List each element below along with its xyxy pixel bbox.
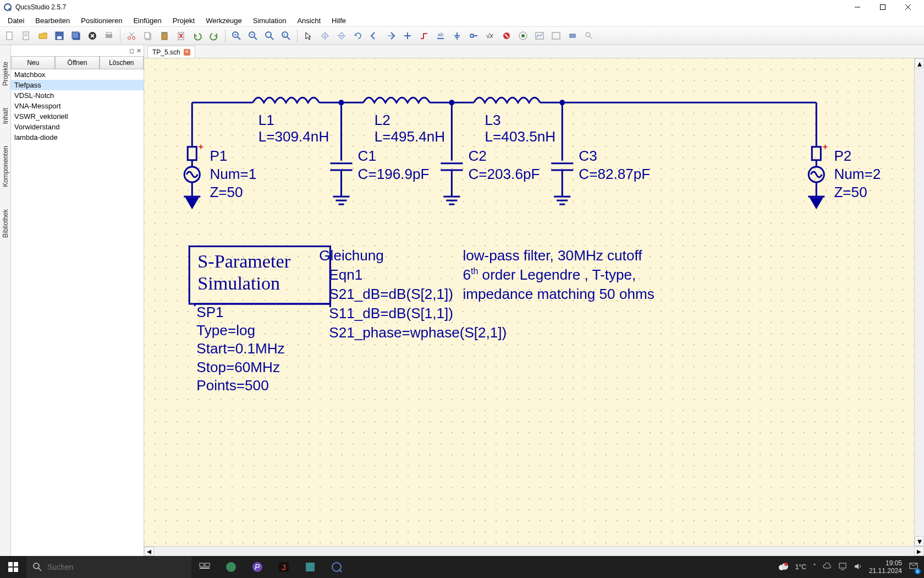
undo-icon[interactable]: [190, 28, 205, 43]
menu-datei[interactable]: Datei: [2, 15, 30, 26]
menu-simulation[interactable]: Simulation: [248, 15, 292, 26]
save-all-icon[interactable]: [68, 28, 84, 43]
note-l3: impedance matching 50 ohms: [463, 286, 654, 302]
project-item[interactable]: Matchbox: [11, 69, 144, 80]
tray-clock[interactable]: 19:05 21.11.2024: [869, 559, 902, 575]
project-item[interactable]: lambda-diode: [11, 132, 144, 143]
port-icon[interactable]: [466, 28, 481, 43]
scroll-up-icon[interactable]: ▴: [915, 58, 924, 68]
vertical-scrollbar[interactable]: ▴ ▾: [914, 58, 924, 546]
component-p2[interactable]: [809, 145, 827, 197]
sidetab-bibliothek[interactable]: Bibliothek: [2, 209, 9, 238]
tray-notifications-icon[interactable]: 6: [909, 561, 919, 573]
open-project-button[interactable]: Öffnen: [55, 56, 99, 69]
copy-icon[interactable]: [140, 28, 156, 43]
deactivate-icon[interactable]: [400, 28, 415, 43]
sidetab-komponenten[interactable]: Komponenten: [2, 146, 9, 187]
project-list[interactable]: MatchboxTiefpassVDSL-NotchVNA-MessportVS…: [11, 69, 144, 556]
component-c3[interactable]: [551, 163, 573, 197]
scroll-left-icon[interactable]: ◂: [144, 547, 154, 556]
menu-bearbeiten[interactable]: Bearbeiten: [30, 15, 75, 26]
project-item[interactable]: VDSL-Notch: [11, 90, 144, 101]
tray-network-icon[interactable]: [838, 562, 847, 572]
panel-undock-icon[interactable]: ◻: [129, 47, 134, 54]
menu-einfuegen[interactable]: Einfügen: [128, 15, 167, 26]
component-icon[interactable]: [565, 28, 580, 43]
scroll-down-icon[interactable]: ▾: [915, 536, 924, 546]
taskbar-search[interactable]: [26, 556, 191, 578]
zoom-100-icon[interactable]: 1: [278, 28, 294, 43]
component-c1[interactable]: [330, 163, 352, 197]
tab-close-icon[interactable]: ✕: [184, 49, 190, 56]
component-l3[interactable]: [474, 97, 541, 108]
minimize-button[interactable]: [845, 0, 870, 14]
menu-ansicht[interactable]: Ansicht: [292, 15, 326, 26]
show-results-icon[interactable]: [532, 28, 547, 43]
redo-icon[interactable]: [206, 28, 222, 43]
new-file-icon[interactable]: [2, 28, 18, 43]
wire-label-icon[interactable]: ab: [433, 28, 448, 43]
taskbar-app-2[interactable]: P: [244, 556, 271, 578]
svg-text:P: P: [255, 563, 260, 571]
taskbar-app-3[interactable]: J: [271, 556, 297, 578]
project-item[interactable]: Vorwiderstand: [11, 122, 144, 132]
tune-icon[interactable]: [499, 28, 514, 43]
equation-icon[interactable]: √x: [482, 28, 498, 43]
paste-icon[interactable]: [157, 28, 172, 43]
diagram-icon[interactable]: [548, 28, 564, 43]
component-c2[interactable]: [441, 163, 463, 197]
maximize-button[interactable]: [870, 0, 895, 14]
zoom-out-icon[interactable]: [245, 28, 261, 43]
tray-chevron-up-icon[interactable]: ˄: [813, 563, 816, 571]
project-item[interactable]: Tiefpass: [11, 80, 144, 90]
zoom-fit-icon[interactable]: [262, 28, 277, 43]
new-project-button[interactable]: Neu: [11, 56, 55, 69]
mirror-h-icon[interactable]: [317, 28, 333, 43]
move-front-icon[interactable]: [383, 28, 399, 43]
sidetab-inhalt[interactable]: Inhalt: [2, 108, 9, 124]
rotate-icon[interactable]: [350, 28, 366, 43]
weather-icon[interactable]: [778, 561, 789, 574]
menu-projekt[interactable]: Projekt: [167, 15, 200, 26]
menu-werkzeuge[interactable]: Werkzeuge: [200, 15, 248, 26]
save-icon[interactable]: [52, 28, 67, 43]
delete-project-button[interactable]: Löschen: [100, 56, 144, 69]
tray-cloud-icon[interactable]: [823, 562, 832, 572]
print-icon[interactable]: [101, 28, 117, 43]
project-item[interactable]: VSWR_vektoriell: [11, 111, 144, 122]
taskbar-app-4[interactable]: [297, 556, 323, 578]
component-p1[interactable]: [184, 145, 203, 197]
pointer-icon[interactable]: [301, 28, 316, 43]
close-button[interactable]: [895, 0, 921, 14]
cut-icon[interactable]: [124, 28, 139, 43]
new-text-icon[interactable]: [19, 28, 34, 43]
component-l1[interactable]: [253, 97, 320, 108]
menu-positionieren[interactable]: Positionieren: [75, 15, 128, 26]
move-back-icon[interactable]: [367, 28, 382, 43]
project-item[interactable]: VNA-Messport: [11, 101, 144, 111]
taskbar-search-input[interactable]: [47, 563, 185, 571]
weather-temp[interactable]: 1°C: [795, 563, 806, 571]
taskbar-app-1[interactable]: [218, 556, 244, 578]
open-icon[interactable]: [35, 28, 51, 43]
close-doc-icon[interactable]: [85, 28, 100, 43]
panel-close-icon[interactable]: ✕: [136, 47, 141, 54]
tray-volume-icon[interactable]: [854, 562, 862, 572]
start-button[interactable]: [0, 556, 26, 578]
horizontal-scrollbar[interactable]: ◂ ▸: [144, 546, 924, 556]
simulate-icon[interactable]: [515, 28, 531, 43]
zoom-in-icon[interactable]: [229, 28, 244, 43]
task-view-icon[interactable]: [191, 556, 218, 578]
search-component-icon[interactable]: [581, 28, 597, 43]
ground-icon[interactable]: [449, 28, 465, 43]
scroll-right-icon[interactable]: ▸: [914, 547, 924, 556]
menu-hilfe[interactable]: Hilfe: [326, 15, 351, 26]
taskbar-app-qucs[interactable]: [323, 556, 350, 578]
wire-icon[interactable]: [416, 28, 432, 43]
schematic-canvas[interactable]: L1 L=309.4nH L2 L=495.4nH L3 L=4: [144, 58, 924, 556]
component-l2[interactable]: [364, 97, 430, 108]
mirror-v-icon[interactable]: [334, 28, 349, 43]
sidetab-projekte[interactable]: Projekte: [2, 62, 9, 86]
tab-tp5[interactable]: TP_5.sch ✕: [147, 46, 195, 58]
delete-icon[interactable]: [173, 28, 189, 43]
